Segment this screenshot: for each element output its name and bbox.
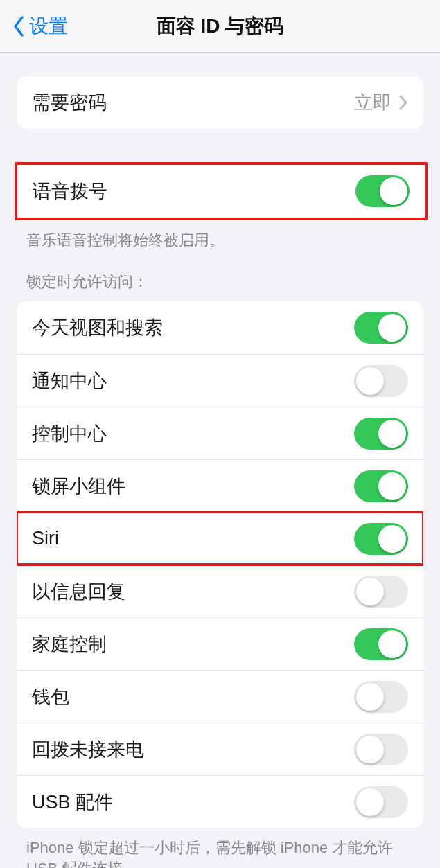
chevron-left-icon [11, 15, 26, 38]
locked-item-row: 通知中心 [17, 354, 423, 407]
locked-item-toggle[interactable] [354, 628, 408, 660]
locked-item-row: 以信息回复 [17, 565, 423, 617]
require-passcode-value: 立即 [354, 90, 408, 115]
locked-item-label: 控制中心 [32, 421, 107, 446]
require-passcode-value-text: 立即 [354, 90, 391, 115]
locked-item-toggle[interactable] [354, 523, 408, 555]
locked-item-toggle[interactable] [354, 576, 408, 608]
locked-item-label: 锁屏小组件 [32, 474, 125, 499]
locked-item-label: 回拨未接来电 [32, 737, 144, 762]
header-bar: 设置 面容 ID 与密码 [0, 0, 440, 53]
back-button[interactable]: 设置 [0, 13, 68, 39]
locked-item-row: USB 配件 [17, 775, 423, 828]
locked-item-toggle[interactable] [354, 418, 408, 450]
locked-item-row: 家庭控制 [17, 617, 423, 670]
locked-item-row: 锁屏小组件 [17, 459, 423, 512]
locked-item-label: 今天视图和搜索 [32, 315, 163, 340]
locked-item-label: USB 配件 [32, 790, 113, 815]
locked-item-toggle[interactable] [354, 681, 408, 713]
locked-item-toggle[interactable] [354, 470, 408, 502]
voice-dial-footer: 音乐语音控制将始终被启用。 [26, 230, 414, 251]
require-passcode-group: 需要密码 立即 [17, 76, 423, 129]
locked-item-row: 控制中心 [17, 407, 423, 459]
locked-item-toggle[interactable] [354, 312, 408, 344]
require-passcode-label: 需要密码 [32, 90, 107, 115]
locked-item-row: 今天视图和搜索 [17, 301, 423, 354]
locked-access-group: 今天视图和搜索通知中心控制中心锁屏小组件Siri以信息回复家庭控制钱包回拨未接来… [17, 301, 423, 828]
voice-dial-toggle[interactable] [355, 175, 410, 207]
locked-item-label: 以信息回复 [32, 579, 125, 604]
voice-dial-group: 语音拨号 [15, 162, 428, 220]
require-passcode-row[interactable]: 需要密码 立即 [17, 76, 423, 129]
locked-item-label: 家庭控制 [32, 632, 107, 657]
locked-item-toggle[interactable] [354, 786, 408, 818]
back-label: 设置 [29, 13, 68, 39]
locked-item-label: 通知中心 [32, 369, 107, 393]
locked-item-toggle[interactable] [354, 365, 408, 397]
chevron-right-icon [398, 94, 408, 111]
locked-item-row: 回拨未接来电 [17, 723, 423, 775]
voice-dial-label: 语音拨号 [33, 179, 107, 204]
locked-item-label: 钱包 [32, 684, 69, 709]
voice-dial-row: 语音拨号 [17, 165, 425, 218]
locked-item-label: Siri [32, 528, 59, 549]
locked-access-header: 锁定时允许访问： [26, 272, 414, 292]
locked-access-footer: iPhone 锁定超过一小时后，需先解锁 iPhone 才能允许 USB 配件连… [26, 838, 414, 868]
locked-item-row: 钱包 [17, 670, 423, 723]
locked-item-row: Siri [17, 512, 423, 565]
locked-item-toggle[interactable] [354, 734, 408, 765]
